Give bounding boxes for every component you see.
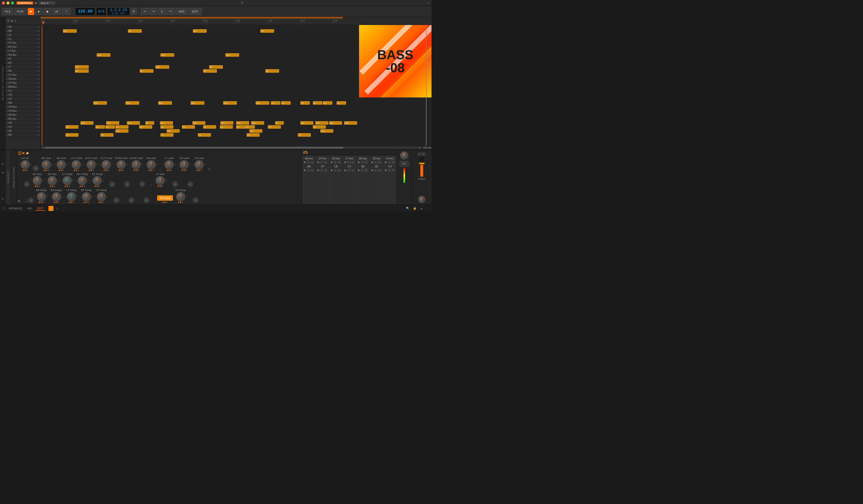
bd-level-knob[interactable] (42, 160, 51, 169)
mc-tuning-knob[interactable] (78, 176, 87, 185)
tab-close-icon[interactable]: ✕ (52, 1, 54, 4)
hct-level-plus[interactable]: + (111, 163, 113, 166)
sd-tone-minus[interactable]: − (46, 179, 47, 182)
grid-view-icon[interactable]: ⊞ (11, 19, 13, 23)
pattern-block-gs2-1[interactable]: G#2 (97, 53, 110, 57)
track-lane-ch[interactable]: D1 D1 D1 D1 D1 D1 D1 D1 D1 D1 D1 D1 D1 (40, 125, 432, 129)
pattern-block-d1-11[interactable]: D1 (245, 125, 255, 129)
cpacc-m-btn[interactable]: M (324, 161, 327, 164)
chacc-s2-btn[interactable]: S (388, 169, 391, 172)
pattern-block-gs2-3[interactable]: G#2 (225, 53, 239, 57)
pattern-block-g1-1[interactable]: G1 (271, 101, 280, 105)
pattern-block-e2-3[interactable]: E2 (203, 69, 217, 73)
pattern-block-e1-2[interactable]: E1 (275, 121, 284, 125)
pattern-block-ds1-oh12[interactable]: D#1 (344, 121, 357, 125)
oh-decay-plus[interactable]: + (186, 196, 187, 198)
track-lane-bd[interactable]: C1 C1 C1 C1 C1 C1 (40, 133, 432, 137)
cpacc-play2[interactable]: ▶ (317, 169, 320, 172)
sd-level-plus[interactable]: + (66, 163, 68, 166)
ch-level-minus[interactable]: − (193, 163, 195, 166)
dm-icon-grid[interactable]: ⊞ (1, 162, 4, 166)
sd-snappy-knob[interactable] (52, 192, 61, 201)
ch-level-knob[interactable] (195, 160, 204, 169)
dm-add-mid3[interactable]: + (154, 200, 157, 203)
chacc-s-btn[interactable]: S (388, 161, 391, 164)
dm-speaker-icon[interactable]: ♪ (25, 198, 26, 200)
oh-level-minus[interactable]: − (178, 163, 179, 166)
pattern-block-ds1-oh9[interactable]: D#1 (300, 121, 313, 125)
tab-edit[interactable]: EDIT (36, 206, 45, 211)
cbacc-m-btn[interactable]: M (337, 161, 341, 164)
bdacc-s-btn[interactable]: S (361, 161, 364, 164)
pattern-block-d1-3[interactable]: D1 (105, 125, 115, 129)
arranger-scrollbar[interactable]: ◀ ▶ 1/16 ◀ ▶ (40, 146, 432, 149)
track-lane-chacc[interactable] (40, 109, 432, 113)
hc-tuning-knob[interactable] (93, 176, 102, 185)
pattern-block-ds1-oh8[interactable]: D#1 (251, 121, 264, 125)
sd-tone-knob[interactable] (48, 176, 57, 185)
pattern-block-c1-4[interactable]: C1 (198, 133, 211, 137)
pattern-block-gs1-4[interactable]: G#1 (191, 101, 204, 105)
play-button[interactable]: ▶ (28, 8, 34, 15)
dm-icon-project[interactable]: ⌂ (2, 154, 3, 157)
cbacc-play2[interactable]: ▶ (331, 169, 333, 172)
ch-level-plus[interactable]: + (204, 163, 205, 166)
track-content[interactable]: D3 D3 D3 D3 G#2 G#2 G#2 F2 F#2 F2 (40, 25, 432, 146)
cloud-icon[interactable]: ☁ (420, 207, 423, 210)
cy-tone-minus[interactable]: − (154, 179, 155, 182)
position-display[interactable]: 1.3.2.23 0:01.107 (107, 8, 130, 15)
cbacc-s2-btn[interactable]: S (334, 169, 337, 172)
mct-level-minus[interactable]: − (85, 163, 86, 166)
maximize-button[interactable] (11, 1, 14, 4)
add-ins-btn4[interactable]: + (172, 181, 178, 187)
mc-tuning-minus[interactable]: − (76, 179, 77, 182)
sd-snappy-plus[interactable]: + (61, 196, 63, 198)
oh-level-plus[interactable]: + (189, 163, 191, 166)
pattern-block-gs1-5[interactable]: G#1 (223, 101, 237, 105)
bpm-display[interactable]: 125.00 (75, 8, 95, 15)
pattern-block-c1-3[interactable]: C1 (160, 133, 173, 137)
ht-tuning-minus[interactable]: − (95, 196, 97, 198)
minimize-button[interactable] (7, 1, 10, 4)
sdacc-m2-btn[interactable]: M (378, 169, 382, 172)
edit-button[interactable]: EDIT (189, 8, 201, 15)
lct-level-knob[interactable] (72, 160, 81, 169)
output-s-btn[interactable]: S (418, 152, 421, 156)
chacc-play[interactable]: ▶ (385, 161, 387, 164)
track-lane-cp[interactable] (40, 97, 432, 101)
bdacc-s2-btn[interactable]: S (361, 169, 364, 172)
cb-level-knob[interactable] (147, 160, 156, 169)
track-lane-sd[interactable]: C#1 C#1 C#1 C#1 (40, 129, 432, 133)
pattern-block-c1-5[interactable]: C1 (247, 133, 260, 137)
lt-tuning-minus[interactable]: − (65, 196, 66, 198)
pattern-block-d1-1[interactable]: D1 (65, 125, 78, 129)
time-sig-display[interactable]: 4/4 (96, 8, 106, 15)
cpacc-m2-btn[interactable]: M (324, 169, 327, 172)
pattern-block-g1-4[interactable]: G1 (313, 101, 322, 105)
add-ins-btn2[interactable]: + (124, 181, 130, 187)
track-lane-ohacc[interactable] (40, 105, 432, 109)
pattern-block-ds1-oh1[interactable]: D#1 (80, 121, 93, 125)
sdacc-play[interactable]: ▶ (372, 161, 374, 164)
pattern-block-f2-2[interactable]: F2 (209, 65, 223, 69)
dm-row3-arrow[interactable]: ↻ (18, 200, 24, 203)
maacc-s2-btn[interactable]: S (307, 169, 310, 172)
scroll-left-arrow[interactable]: ◀ (40, 146, 45, 149)
chacc-m-btn[interactable]: M (391, 161, 395, 164)
hct-level-knob[interactable] (102, 160, 111, 169)
add-track-btn2[interactable]: + (24, 181, 29, 187)
pattern-block-e1[interactable]: E1 (146, 121, 154, 125)
clrs-level-minus[interactable]: − (115, 163, 116, 166)
dm-row3-down[interactable]: ↓ (24, 200, 25, 203)
oh-level-knob[interactable] (180, 160, 189, 169)
scroll-right-arrow[interactable]: ▶ (418, 146, 422, 149)
clrs-level-plus[interactable]: + (126, 163, 128, 166)
pattern-block-ds1-oh10[interactable]: D#1 (315, 121, 328, 125)
maacc-s-btn[interactable]: S (307, 161, 310, 164)
pattern-block-d3-3[interactable]: D3 (193, 29, 207, 33)
redo-button[interactable]: ↪ (150, 8, 158, 15)
hc-tuning-plus[interactable]: + (102, 179, 104, 182)
pattern-block-g1-5[interactable]: G1 (323, 101, 332, 105)
pattern-block-d1-9[interactable]: D1 (220, 125, 233, 129)
add-ins-btn3[interactable]: + (139, 181, 145, 187)
